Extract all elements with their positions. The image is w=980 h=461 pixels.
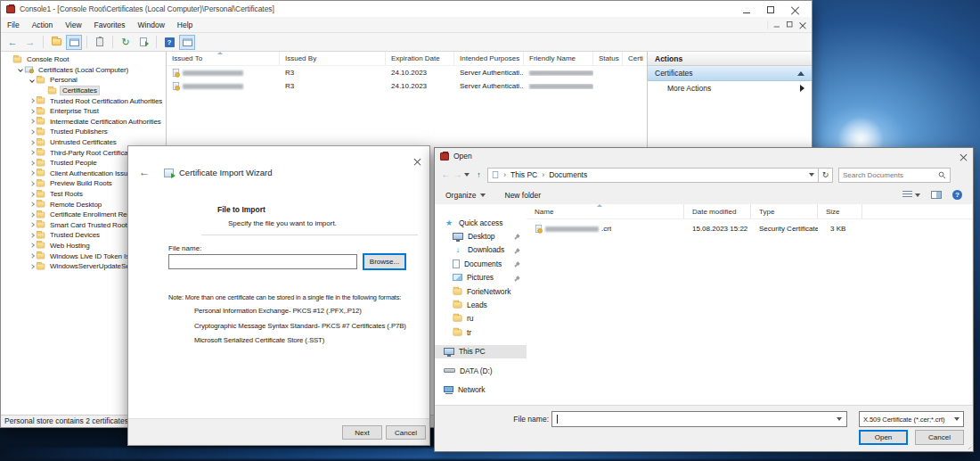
expander-icon[interactable] [28,171,36,175]
column-header-size[interactable]: Size [818,204,862,218]
close-icon[interactable] [960,149,968,162]
browse-button[interactable]: Browse... [363,253,406,270]
certificate-row[interactable]: R324.10.2023Server Authenticati... [167,66,647,79]
tree-item-enterprise-trust[interactable]: Enterprise Trust [1,106,166,117]
expander-icon[interactable] [28,213,36,217]
refresh-button[interactable]: ↻ [118,35,134,50]
chevron-down-icon[interactable] [837,417,842,421]
more-actions-item[interactable]: More Actions [648,81,812,95]
expander-icon[interactable] [28,234,36,237]
expander-icon[interactable] [28,265,36,268]
breadcrumb-documents[interactable]: Documents [549,170,587,179]
file-row[interactable]: .crt15.08.2023 15:22Security Certificate… [527,222,972,235]
address-bar[interactable]: ›This PC›Documents [487,168,819,183]
up-button[interactable]: ↑ [473,170,485,179]
column-header-friendly-name[interactable]: Friendly Name [524,52,593,65]
nav-item-network[interactable]: Network [435,383,527,396]
back-button[interactable]: ← [440,170,452,179]
back-button[interactable]: ← [4,35,20,50]
tree-item-personal[interactable]: Personal [1,75,166,86]
help-button[interactable]: ? [161,35,177,50]
refresh-button[interactable]: ↻ [819,168,833,183]
nav-item-desktop[interactable]: Desktop [435,229,527,243]
expander-icon[interactable] [28,119,36,123]
preview-pane-icon[interactable] [931,191,942,199]
nav-item-tr[interactable]: tr [435,325,527,339]
expander-icon[interactable] [28,182,36,185]
column-header-issued-to[interactable]: Issued To [167,52,280,65]
column-header-type[interactable]: Type [751,204,818,218]
expander-icon[interactable] [28,151,36,154]
expander-icon[interactable] [28,78,36,82]
resize-grip[interactable] [965,443,971,449]
cancel-button[interactable]: Cancel [386,425,426,440]
expander-icon[interactable] [28,99,36,103]
paste-button[interactable] [92,35,108,50]
maximize-icon[interactable] [767,1,774,17]
actions-group-certificates[interactable]: Certificates [648,66,812,81]
show-console-tree-button[interactable] [66,35,82,50]
tree-item-trusted-publishers[interactable]: Trusted Publishers [1,127,166,137]
close-icon[interactable] [791,1,799,17]
nav-item-data-d[interactable]: DATA (D:) [435,364,527,377]
column-header-status[interactable]: Status [593,52,623,65]
search-box[interactable] [838,168,951,183]
file-name-combobox[interactable] [551,411,847,427]
change-view-button[interactable] [902,191,920,199]
breadcrumb-this-pc[interactable]: This PC [510,170,537,179]
minimize-icon[interactable] [743,1,750,17]
expander-icon[interactable] [28,243,36,247]
nav-item-leads[interactable]: Leads [435,298,527,311]
export-folder-button[interactable] [48,35,64,50]
nav-item-downloads[interactable]: ↓Downloads [435,243,527,257]
child-restore-icon[interactable] [787,21,792,29]
nav-item-forienetwork[interactable]: ForieNetwork [435,284,527,298]
tree-item-intermediate-certification-authorities[interactable]: Intermediate Certification Authorities [1,117,166,128]
address-dropdown-icon[interactable] [809,173,814,177]
forward-button[interactable]: → [452,170,463,179]
child-minimize-icon[interactable] [774,21,780,29]
tree-item-console-root[interactable]: Console Root [1,54,166,65]
certificate-row[interactable]: R324.10.2023Server Authenticati... [167,79,647,93]
help-icon[interactable]: ? [952,190,962,200]
column-header-date-modified[interactable]: Date modified [684,204,751,218]
expander-icon[interactable] [28,161,36,165]
nav-item-ru[interactable]: ru [435,312,527,325]
nav-item-this-pc[interactable]: This PC [435,345,527,358]
organize-button[interactable]: Organize [445,191,486,200]
tree-item-certificates[interactable]: Certificates [1,86,166,96]
menu-window[interactable]: Window [132,17,171,32]
expander-icon[interactable] [28,130,36,134]
menu-action[interactable]: Action [26,17,60,32]
expander-icon[interactable] [16,68,24,71]
nav-item-quick-access[interactable]: ★Quick access [435,216,527,229]
collapse-icon[interactable] [797,71,804,76]
nav-item-documents[interactable]: Documents [435,257,527,270]
column-header-intended-purposes[interactable]: Intended Purposes [454,52,524,65]
tree-item-trusted-root-certification-authorities[interactable]: Trusted Root Certification Authorities [1,95,166,106]
expander-icon[interactable] [28,110,36,113]
expander-icon[interactable] [28,202,36,206]
column-header-expiration-date[interactable]: Expiration Date [386,52,454,65]
recent-locations-icon[interactable] [464,173,470,177]
search-input[interactable] [843,171,938,179]
forward-button[interactable]: → [22,35,38,50]
tree-item-certificates-local-computer[interactable]: Certificates (Local Computer) [1,65,166,76]
menu-favorites[interactable]: Favorites [88,17,132,32]
export-list-button[interactable] [135,35,151,50]
file-name-input[interactable] [168,254,357,269]
expander-icon[interactable] [28,223,36,226]
child-close-icon[interactable] [799,21,805,29]
nav-item-pictures[interactable]: Pictures [435,271,527,284]
menu-view[interactable]: View [59,17,87,32]
menu-file[interactable]: File [1,17,26,32]
column-header-issued-by[interactable]: Issued By [280,52,386,65]
expander-icon[interactable] [28,254,36,258]
column-header-name[interactable]: Name [527,204,684,218]
file-type-select[interactable]: X.509 Certificate (*.cer;*.crt) [859,411,964,427]
menu-help[interactable]: Help [171,17,199,32]
expander-icon[interactable] [28,193,36,196]
back-icon[interactable]: ← [139,166,150,178]
new-folder-button[interactable]: New folder [505,191,542,200]
close-icon[interactable] [414,153,421,167]
